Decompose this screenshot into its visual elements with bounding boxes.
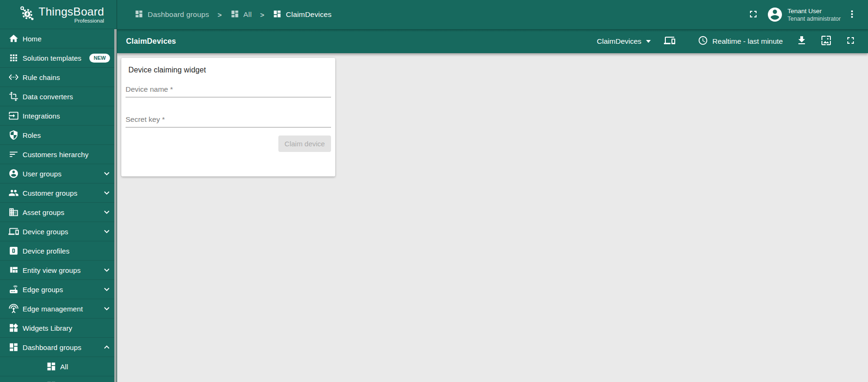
dashboard-icon (134, 9, 143, 20)
sidebar-item-device-groups[interactable]: Device groups (0, 222, 117, 241)
fullscreen-icon (845, 35, 856, 48)
sidebar-item-home[interactable]: Home (0, 29, 117, 48)
device-name-label: Device name * (126, 85, 331, 97)
header-right: Tenant User Tenant administrator (748, 6, 858, 23)
sidebar-item-roles[interactable]: Roles (0, 126, 117, 145)
dashboard-image-button[interactable] (821, 35, 832, 48)
dashboard-content: Device claiming widget Device name * Sec… (117, 53, 868, 382)
sidebar-item-dashboard-groups[interactable]: Dashboard groups (0, 338, 117, 357)
breadcrumb-separator: > (218, 11, 222, 19)
widgets-icon (8, 323, 19, 333)
sidebar-item-entity-view-groups[interactable]: Entity view groups (0, 261, 117, 280)
top-header: Dashboard groups > All > ClaimDevices Te… (117, 0, 868, 29)
sidebar-item-asset-groups[interactable]: Asset groups (0, 203, 117, 222)
device-claiming-widget: Device claiming widget Device name * Sec… (121, 58, 335, 176)
devices-icon (8, 226, 19, 237)
sidebar-menu: Home Solution templates NEW Rule chains … (0, 29, 117, 382)
chevron-down-icon (102, 188, 112, 198)
antenna-icon (8, 303, 19, 314)
sidebar-scrollbar[interactable] (114, 29, 117, 382)
breadcrumb-all[interactable]: All (230, 9, 252, 20)
breadcrumb-claimdevices[interactable]: ClaimDevices (273, 9, 331, 20)
new-badge: NEW (89, 54, 110, 63)
dashboard-icon (230, 9, 239, 20)
dashboard-icon (46, 361, 56, 372)
chevron-up-icon (102, 342, 112, 352)
app-logo[interactable]: ThingsBoard Professional (0, 0, 117, 29)
sidebar-item-rule-chains[interactable]: Rule chains (0, 68, 117, 87)
fullscreen-icon (748, 8, 759, 21)
chevron-down-icon (102, 284, 112, 294)
dashboard-icon (273, 9, 282, 20)
sidebar-item-edge-management[interactable]: Edge management (0, 299, 117, 318)
app-edition: Professional (74, 18, 104, 24)
sidebar-item-edge-groups[interactable]: Edge groups (0, 280, 117, 299)
rule-chains-icon (8, 72, 19, 82)
people-icon (8, 188, 19, 198)
dashboard-select[interactable]: ClaimDevices (597, 37, 651, 46)
breadcrumb: Dashboard groups > All > ClaimDevices (134, 9, 331, 20)
alpha-d-box-icon (8, 246, 19, 256)
thingsboard-logo-icon (19, 5, 36, 24)
widget-title: Device claiming widget (128, 66, 206, 74)
clock-icon (698, 35, 708, 47)
dashboard-title: ClaimDevices (126, 37, 176, 46)
sidebar-item-data-converters[interactable]: Data converters (0, 87, 117, 106)
sidebar-subitem-partial[interactable] (0, 376, 117, 382)
sidebar-item-user-groups[interactable]: User groups (0, 164, 117, 183)
wallpaper-icon (821, 35, 832, 48)
more-menu-button[interactable] (846, 8, 858, 21)
sidebar-border (117, 0, 117, 382)
sidebar-item-device-profiles[interactable]: Device profiles (0, 241, 117, 261)
apps-icon (8, 53, 19, 63)
sidebar: ThingsBoard Professional Home Solution t… (0, 0, 117, 382)
timewindow-button[interactable]: Realtime - last minute (698, 35, 783, 47)
sidebar-item-solution-templates[interactable]: Solution templates NEW (0, 48, 117, 68)
data-converters-icon (8, 91, 19, 102)
domain-icon (8, 207, 19, 217)
entities-button[interactable] (664, 35, 675, 48)
account-circle-icon (8, 168, 19, 179)
sidebar-item-integrations[interactable]: Integrations (0, 106, 117, 126)
fullscreen-button[interactable] (748, 8, 759, 21)
secret-key-input[interactable]: Secret key * (126, 115, 331, 127)
kebab-menu-icon (846, 8, 858, 21)
sidebar-item-customer-groups[interactable]: Customer groups (0, 183, 117, 203)
device-name-input[interactable]: Device name * (126, 85, 331, 97)
chevron-down-icon (102, 265, 112, 275)
shield-icon (8, 130, 19, 140)
caret-down-icon (646, 40, 651, 43)
chevron-down-icon (102, 207, 112, 217)
breadcrumb-separator: > (260, 11, 264, 19)
chevron-down-icon (102, 226, 112, 237)
view-quilt-icon (8, 265, 19, 275)
router-icon (8, 284, 19, 294)
chevron-down-icon (102, 303, 112, 314)
user-info[interactable]: Tenant User Tenant administrator (788, 7, 841, 23)
toolbar-fullscreen-button[interactable] (845, 35, 856, 48)
sidebar-item-widgets-library[interactable]: Widgets Library (0, 318, 117, 338)
breadcrumb-dashboard-groups[interactable]: Dashboard groups (134, 9, 209, 20)
dashboard-toolbar: ClaimDevices ClaimDevices Realtime - las… (117, 29, 868, 53)
integrations-icon (8, 111, 19, 121)
dashboard-icon (8, 342, 19, 352)
user-role: Tenant administrator (788, 15, 841, 23)
chevron-down-icon (102, 168, 112, 179)
claim-device-button[interactable]: Claim device (278, 135, 331, 152)
download-icon (796, 35, 807, 48)
home-icon (8, 33, 19, 44)
sidebar-item-customers-hierarchy[interactable]: Customers hierarchy (0, 145, 117, 164)
devices-icon (664, 35, 675, 48)
thingsboard-app: ThingsBoard Professional Home Solution t… (0, 0, 868, 382)
hierarchy-sort-icon (8, 149, 19, 159)
user-name: Tenant User (788, 7, 841, 15)
export-button[interactable] (796, 35, 807, 48)
user-avatar[interactable] (766, 6, 783, 23)
sidebar-subitem-all[interactable]: All (0, 357, 117, 376)
secret-key-label: Secret key * (126, 115, 331, 127)
app-name: ThingsBoard (39, 6, 104, 18)
timewindow-label: Realtime - last minute (712, 37, 783, 46)
toolbar-actions: ClaimDevices Realtime - last minute (597, 35, 856, 48)
